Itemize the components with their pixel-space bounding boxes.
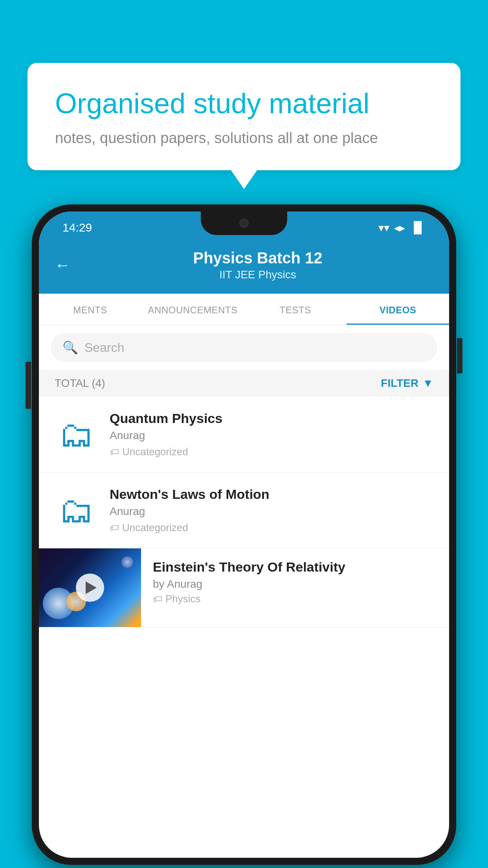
filter-button[interactable]: FILTER ▼: [381, 377, 433, 390]
video-title: Newton's Laws of Motion: [110, 487, 433, 502]
tag-icon: 🏷: [153, 594, 162, 605]
tag-label: Physics: [165, 593, 201, 605]
phone-screen: 14:29 ▾▾ ◂▸ ▐▌ ← Physics Batch 12 IIT JE…: [39, 211, 449, 858]
tag-label: Uncategorized: [122, 522, 188, 534]
video-tag: 🏷 Uncategorized: [110, 522, 433, 534]
search-container: 🔍 Search: [39, 325, 449, 370]
tab-videos[interactable]: VIDEOS: [347, 294, 449, 325]
batch-subtitle: IIT JEE Physics: [82, 268, 433, 281]
folder-icon-wrap: 🗂: [55, 489, 98, 532]
phone-mockup: 14:29 ▾▾ ◂▸ ▐▌ ← Physics Batch 12 IIT JE…: [32, 204, 456, 865]
phone-notch: [201, 211, 287, 235]
wifi-icon: ▾▾: [378, 221, 389, 234]
search-box[interactable]: 🔍 Search: [51, 333, 437, 362]
tab-ments[interactable]: MENTS: [39, 294, 141, 325]
video-info: Quantum Physics Anurag 🏷 Uncategorized: [110, 411, 433, 458]
orb-decoration: [121, 556, 133, 568]
search-icon: 🔍: [62, 340, 78, 355]
status-time: 14:29: [62, 221, 92, 234]
video-title: Quantum Physics: [110, 411, 433, 426]
phone-outer: 14:29 ▾▾ ◂▸ ▐▌ ← Physics Batch 12 IIT JE…: [32, 204, 456, 865]
app-header: ← Physics Batch 12 IIT JEE Physics: [39, 240, 449, 294]
total-count: TOTAL (4): [55, 377, 105, 390]
folder-icon: 🗂: [59, 493, 94, 528]
video-title: Einstein's Theory Of Relativity: [153, 559, 437, 575]
signal-icon: ◂▸: [394, 221, 405, 234]
video-list: 🗂 Quantum Physics Anurag 🏷 Uncategorized: [39, 397, 449, 627]
tab-tests[interactable]: TESTS: [244, 294, 347, 325]
video-info: Einstein's Theory Of Relativity by Anura…: [141, 548, 449, 616]
search-placeholder[interactable]: Search: [84, 340, 124, 355]
video-tag: 🏷 Uncategorized: [110, 446, 433, 458]
filter-row: TOTAL (4) FILTER ▼: [39, 370, 449, 397]
tag-icon: 🏷: [110, 447, 119, 458]
batch-title: Physics Batch 12: [82, 249, 433, 267]
play-triangle-icon: [86, 581, 97, 594]
folder-icon: 🗂: [59, 417, 94, 452]
video-author: by Anurag: [153, 578, 437, 590]
tag-icon: 🏷: [110, 522, 119, 533]
back-button[interactable]: ←: [55, 256, 70, 274]
speech-bubble-subtitle: notes, question papers, solutions all at…: [55, 130, 433, 147]
battery-icon: ▐▌: [410, 221, 426, 234]
play-button[interactable]: [76, 574, 104, 602]
filter-funnel-icon: ▼: [422, 377, 433, 390]
tabs-bar: MENTS ANNOUNCEMENTS TESTS VIDEOS: [39, 294, 449, 325]
list-item[interactable]: 🗂 Quantum Physics Anurag 🏷 Uncategorized: [39, 397, 449, 473]
header-title-wrap: Physics Batch 12 IIT JEE Physics: [82, 249, 433, 281]
speech-bubble: Organised study material notes, question…: [28, 63, 460, 170]
speech-bubble-title: Organised study material: [55, 86, 433, 120]
video-tag: 🏷 Physics: [153, 593, 437, 605]
video-thumbnail: [39, 548, 141, 627]
video-info: Newton's Laws of Motion Anurag 🏷 Uncateg…: [110, 487, 433, 534]
filter-label: FILTER: [381, 377, 418, 390]
list-item[interactable]: Einstein's Theory Of Relativity by Anura…: [39, 548, 449, 627]
folder-icon-wrap: 🗂: [55, 413, 98, 456]
list-item[interactable]: 🗂 Newton's Laws of Motion Anurag 🏷 Uncat…: [39, 473, 449, 548]
tag-label: Uncategorized: [122, 446, 188, 458]
front-camera: [239, 219, 249, 228]
tab-announcements[interactable]: ANNOUNCEMENTS: [141, 294, 244, 325]
status-icons: ▾▾ ◂▸ ▐▌: [378, 221, 426, 234]
video-author: Anurag: [110, 505, 433, 518]
video-author: Anurag: [110, 429, 433, 442]
